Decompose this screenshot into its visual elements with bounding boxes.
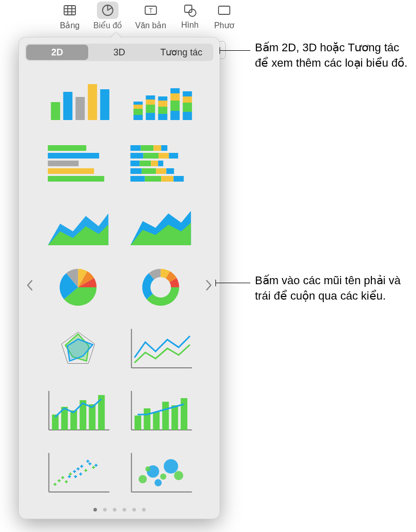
donut-chart[interactable] bbox=[124, 260, 197, 315]
svg-point-127 bbox=[154, 479, 162, 486]
svg-rect-38 bbox=[48, 161, 78, 166]
radar-chart[interactable] bbox=[42, 322, 115, 377]
toolbar: Bảng Biểu đồ T Văn bản Hình Phươ bbox=[59, 2, 235, 30]
bar-chart[interactable] bbox=[42, 136, 115, 191]
segment-2d[interactable]: 2D bbox=[26, 45, 88, 60]
svg-rect-50 bbox=[140, 161, 151, 166]
column-chart[interactable] bbox=[42, 74, 115, 129]
arrow-right[interactable] bbox=[202, 65, 215, 505]
svg-rect-36 bbox=[48, 145, 86, 151]
svg-rect-8 bbox=[185, 5, 192, 12]
svg-text:T: T bbox=[149, 7, 153, 14]
svg-rect-32 bbox=[183, 112, 192, 120]
svg-rect-23 bbox=[146, 95, 155, 100]
svg-point-122 bbox=[138, 475, 147, 483]
svg-rect-11 bbox=[51, 102, 60, 120]
svg-rect-84 bbox=[171, 405, 178, 430]
callout-arrows: Bấm vào các mũi tên phải và trái để cuộn… bbox=[255, 273, 409, 303]
svg-rect-27 bbox=[158, 96, 167, 101]
chart-icon bbox=[101, 3, 115, 17]
scatter-chart[interactable] bbox=[42, 446, 115, 501]
svg-rect-56 bbox=[166, 168, 174, 174]
segment-3d[interactable]: 3D bbox=[88, 45, 150, 60]
svg-rect-19 bbox=[133, 102, 143, 105]
toolbar-item-chart[interactable]: Biểu đồ bbox=[93, 2, 122, 30]
svg-point-125 bbox=[164, 459, 178, 474]
combo-chart-1[interactable] bbox=[42, 384, 115, 439]
svg-rect-43 bbox=[153, 145, 161, 151]
page-dot[interactable] bbox=[142, 508, 146, 511]
svg-rect-57 bbox=[130, 176, 145, 182]
chevron-right-icon bbox=[205, 280, 212, 291]
area-chart[interactable] bbox=[42, 198, 115, 253]
toolbar-item-table[interactable]: Bảng bbox=[59, 2, 81, 30]
svg-point-126 bbox=[174, 471, 183, 480]
shape-icon bbox=[183, 3, 197, 17]
svg-rect-51 bbox=[151, 161, 158, 166]
svg-rect-53 bbox=[130, 168, 142, 174]
callout-line bbox=[215, 283, 250, 283]
svg-rect-58 bbox=[145, 176, 161, 182]
pie-chart[interactable] bbox=[42, 260, 115, 315]
svg-rect-20 bbox=[146, 113, 155, 120]
svg-rect-45 bbox=[130, 153, 143, 159]
svg-rect-16 bbox=[133, 115, 143, 120]
combo-chart-2[interactable] bbox=[124, 384, 197, 439]
svg-rect-47 bbox=[159, 153, 169, 159]
svg-rect-39 bbox=[48, 168, 94, 174]
toolbar-label: Phươ bbox=[214, 21, 234, 30]
svg-rect-85 bbox=[181, 398, 187, 430]
svg-rect-13 bbox=[75, 97, 85, 120]
toolbar-item-text[interactable]: T Văn bản bbox=[135, 2, 166, 30]
chevron-left-icon bbox=[26, 280, 33, 291]
page-dot[interactable] bbox=[93, 508, 97, 511]
svg-rect-48 bbox=[169, 153, 178, 159]
toolbar-item-media[interactable]: Phươ bbox=[213, 2, 235, 30]
svg-rect-14 bbox=[88, 84, 97, 120]
svg-rect-41 bbox=[130, 145, 141, 151]
stacked-bar-chart[interactable] bbox=[124, 136, 197, 191]
page-dot[interactable] bbox=[103, 508, 107, 511]
bubble-chart[interactable] bbox=[124, 446, 197, 501]
svg-rect-44 bbox=[161, 145, 167, 151]
svg-rect-22 bbox=[146, 100, 155, 105]
svg-rect-33 bbox=[183, 103, 192, 112]
segmented-control: 2D 3D Tương tác bbox=[25, 44, 213, 61]
svg-rect-18 bbox=[133, 105, 143, 109]
chart-popover: 2D 3D Tương tác bbox=[18, 37, 220, 519]
svg-point-9 bbox=[189, 9, 196, 16]
svg-rect-10 bbox=[219, 6, 230, 14]
segment-interactive[interactable]: Tương tác bbox=[150, 45, 212, 60]
svg-rect-83 bbox=[162, 402, 169, 430]
stacked-area-chart[interactable] bbox=[124, 198, 197, 253]
svg-rect-28 bbox=[170, 111, 180, 120]
page-dot[interactable] bbox=[113, 508, 116, 511]
toolbar-label: Hình bbox=[181, 21, 199, 30]
svg-rect-42 bbox=[141, 145, 153, 151]
svg-rect-52 bbox=[158, 161, 163, 166]
media-icon bbox=[217, 3, 231, 17]
svg-rect-15 bbox=[100, 89, 109, 120]
toolbar-label: Văn bản bbox=[135, 21, 166, 30]
svg-rect-25 bbox=[158, 107, 167, 114]
svg-rect-29 bbox=[170, 101, 180, 111]
svg-rect-24 bbox=[158, 114, 167, 120]
svg-rect-31 bbox=[170, 88, 180, 93]
arrow-left[interactable] bbox=[23, 65, 36, 505]
svg-rect-26 bbox=[158, 101, 167, 107]
svg-rect-35 bbox=[183, 91, 192, 96]
page-dot[interactable] bbox=[132, 508, 136, 511]
svg-rect-0 bbox=[64, 6, 75, 15]
line-chart[interactable] bbox=[124, 322, 197, 377]
page-dot[interactable] bbox=[123, 508, 126, 511]
svg-point-124 bbox=[160, 474, 166, 480]
svg-rect-17 bbox=[133, 109, 143, 115]
stacked-column-chart[interactable] bbox=[124, 74, 197, 129]
callout-line bbox=[220, 50, 250, 51]
svg-rect-34 bbox=[183, 96, 192, 103]
svg-rect-59 bbox=[161, 176, 173, 182]
chart-thumbnail-grid bbox=[36, 65, 202, 505]
svg-rect-82 bbox=[153, 412, 160, 430]
toolbar-item-shape[interactable]: Hình bbox=[179, 2, 201, 30]
toolbar-label: Bảng bbox=[60, 21, 80, 30]
